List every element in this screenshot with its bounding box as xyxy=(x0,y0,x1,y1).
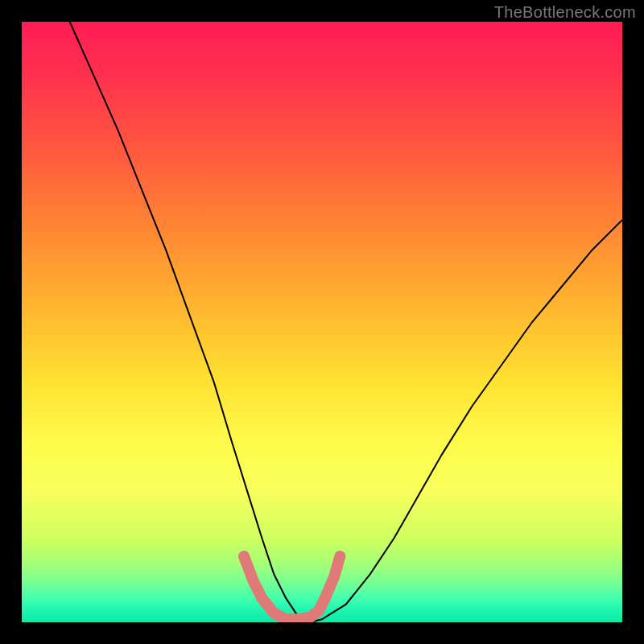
curve-layer xyxy=(22,22,622,622)
plot-area xyxy=(22,22,622,622)
highlight-marker xyxy=(244,556,340,619)
bottleneck-curve xyxy=(70,22,622,622)
chart-frame: TheBottleneck.com xyxy=(0,0,644,644)
watermark-text: TheBottleneck.com xyxy=(494,3,636,22)
